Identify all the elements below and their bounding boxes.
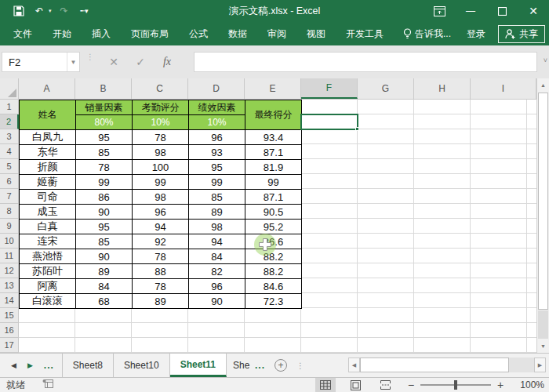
table-cell-performance[interactable]: 96	[189, 130, 245, 145]
sheet-tab-She[interactable]: She	[227, 354, 250, 377]
row-header-12[interactable]: 12	[0, 263, 19, 278]
ribbon-display-options-icon[interactable]	[424, 0, 455, 22]
row-header-14[interactable]: 14	[0, 293, 19, 308]
table-cell-sales[interactable]: 85	[76, 234, 133, 249]
table-cell-name[interactable]: 连宋	[20, 234, 76, 249]
column-header-G[interactable]: G	[358, 78, 414, 99]
column-header-E[interactable]: E	[245, 78, 301, 99]
table-cell-performance[interactable]: 95	[189, 160, 245, 175]
table-header-name[interactable]: 姓名	[20, 100, 76, 130]
table-cell-attendance[interactable]: 78	[133, 279, 189, 294]
row-header-15[interactable]: 15	[0, 308, 19, 323]
table-weight-sales[interactable]: 80%	[76, 115, 133, 130]
ribbon-tab-开发工具[interactable]: 开发工具	[336, 22, 394, 45]
fill-handle[interactable]	[355, 127, 359, 131]
table-header-attendance[interactable]: 考勤评分	[133, 100, 189, 115]
table-cell-final[interactable]: 93.4	[245, 130, 302, 145]
table-cell-attendance[interactable]: 78	[133, 130, 189, 145]
table-cell-attendance[interactable]: 96	[133, 205, 189, 220]
table-cell-performance[interactable]: 90	[189, 294, 245, 309]
table-cell-final[interactable]: 88.2	[245, 249, 302, 264]
table-cell-final[interactable]: 95.2	[245, 220, 302, 234]
ribbon-tab-开始[interactable]: 开始	[42, 22, 82, 45]
row-header-1[interactable]: 1	[0, 100, 19, 114]
ribbon-tab-视图[interactable]: 视图	[296, 22, 336, 45]
horizontal-scrollbar[interactable]: ◀ ▶	[348, 357, 546, 373]
table-cell-name[interactable]: 折颜	[20, 160, 76, 175]
table-cell-attendance[interactable]: 94	[133, 220, 189, 234]
table-cell-attendance[interactable]: 78	[133, 249, 189, 264]
table-weight-attendance[interactable]: 10%	[133, 115, 189, 130]
table-cell-sales[interactable]: 95	[76, 130, 133, 145]
table-cell-performance[interactable]: 93	[189, 145, 245, 160]
scroll-right-icon[interactable]: ▶	[534, 358, 546, 372]
active-cell-selection[interactable]	[300, 114, 358, 130]
grid-body[interactable]: 1234567891011121314151617 姓名 销量因素 考勤评分 绩…	[0, 100, 536, 353]
table-cell-name[interactable]: 白滚滚	[20, 294, 76, 309]
table-cell-final[interactable]: 72.3	[245, 294, 302, 309]
table-cell-attendance[interactable]: 100	[133, 160, 189, 175]
ribbon-tab-公式[interactable]: 公式	[179, 22, 218, 45]
zoom-out-icon[interactable]: −	[405, 379, 417, 391]
scroll-left-icon[interactable]: ◀	[348, 358, 360, 372]
formula-input[interactable]	[194, 52, 537, 72]
more-sheets-right[interactable]: ...	[250, 354, 270, 377]
row-header-9[interactable]: 9	[0, 219, 19, 234]
row-header-2[interactable]: 2	[0, 114, 19, 129]
table-cell-performance[interactable]: 85	[189, 190, 245, 205]
vertical-scrollbar[interactable]: ▲ ▼	[536, 78, 549, 353]
zoom-level-label[interactable]: 100%	[514, 379, 544, 390]
table-cell-sales[interactable]: 86	[76, 190, 133, 205]
table-cell-final[interactable]: 87.1	[245, 190, 302, 205]
table-cell-performance[interactable]: 84	[189, 249, 245, 264]
column-header-F[interactable]: F	[301, 78, 358, 99]
row-header-11[interactable]: 11	[0, 249, 19, 263]
name-box[interactable]: F2 ▼	[2, 52, 80, 72]
row-header-8[interactable]: 8	[0, 204, 19, 219]
table-cell-final[interactable]: 88.2	[245, 264, 302, 279]
prev-sheet-icon[interactable]: ◀	[11, 361, 16, 369]
table-cell-name[interactable]: 司命	[20, 190, 76, 205]
column-header-D[interactable]: D	[188, 78, 245, 99]
table-cell-performance[interactable]: 99	[189, 175, 245, 190]
table-cell-final[interactable]: 81.9	[245, 160, 302, 175]
sheet-tab-Sheet8[interactable]: Sheet8	[62, 354, 114, 377]
row-header-16[interactable]: 16	[0, 323, 19, 338]
table-cell-performance[interactable]: 98	[189, 220, 245, 234]
sheet-tab-Sheet11[interactable]: Sheet11	[170, 354, 227, 377]
table-cell-attendance[interactable]: 98	[133, 145, 189, 160]
table-cell-attendance[interactable]: 88	[133, 264, 189, 279]
table-cell-sales[interactable]: 99	[76, 175, 133, 190]
vertical-scrollbar-thumb[interactable]	[538, 93, 548, 310]
column-header-B[interactable]: B	[75, 78, 132, 99]
table-cell-sales[interactable]: 95	[76, 220, 133, 234]
page-break-view-icon[interactable]	[375, 378, 395, 392]
close-button[interactable]: ✕	[518, 0, 549, 22]
table-cell-sales[interactable]: 89	[76, 264, 133, 279]
ribbon-tab-审阅[interactable]: 审阅	[257, 22, 296, 45]
table-cell-name[interactable]: 白凤九	[20, 130, 76, 145]
table-cell-attendance[interactable]: 99	[133, 175, 189, 190]
row-header-10[interactable]: 10	[0, 234, 19, 249]
table-cell-sales[interactable]: 85	[76, 145, 133, 160]
table-cell-name[interactable]: 白真	[20, 220, 76, 234]
table-header-final[interactable]: 最终得分	[245, 100, 302, 130]
table-cell-final[interactable]: 99	[245, 175, 302, 190]
zoom-in-icon[interactable]: +	[494, 379, 507, 391]
row-header-3[interactable]: 3	[0, 129, 19, 144]
table-cell-performance[interactable]: 82	[189, 264, 245, 279]
page-layout-view-icon[interactable]	[345, 378, 365, 392]
table-cell-sales[interactable]: 90	[76, 205, 133, 220]
column-header-H[interactable]: H	[414, 78, 471, 99]
table-cell-sales[interactable]: 90	[76, 249, 133, 264]
ribbon-tab-数据[interactable]: 数据	[218, 22, 257, 45]
table-cell-attendance[interactable]: 92	[133, 234, 189, 249]
insert-function-icon[interactable]: fx	[154, 52, 180, 72]
column-header-I[interactable]: I	[471, 78, 536, 99]
minimize-button[interactable]: —	[455, 0, 486, 22]
row-header-4[interactable]: 4	[0, 144, 19, 159]
table-cell-name[interactable]: 阿离	[20, 279, 76, 294]
next-sheet-icon[interactable]: ▶	[27, 361, 33, 369]
row-header-6[interactable]: 6	[0, 174, 19, 189]
table-cell-name[interactable]: 燕池悟	[20, 249, 76, 264]
